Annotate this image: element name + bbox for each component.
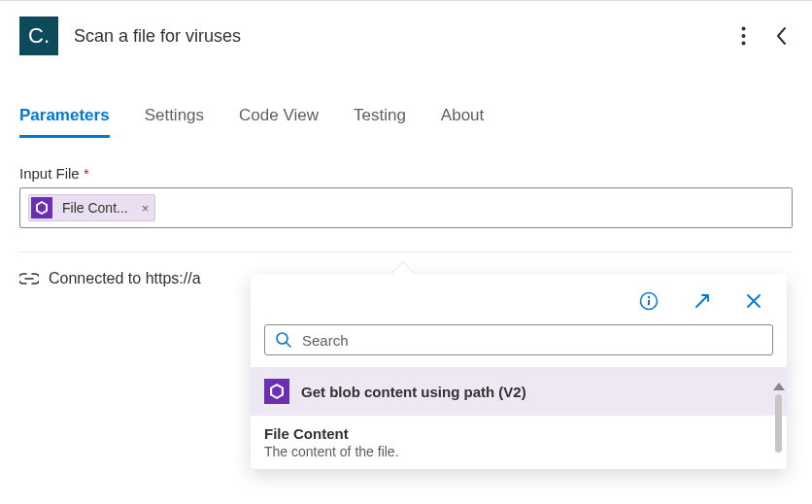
- collapse-button[interactable]: [769, 20, 793, 51]
- input-file-field[interactable]: File Cont... ×: [19, 187, 793, 228]
- list-item-desc: The content of the file.: [264, 444, 773, 459]
- close-icon: [746, 293, 761, 309]
- search-box[interactable]: [264, 324, 773, 355]
- list-item[interactable]: File Content The content of the file.: [251, 416, 787, 469]
- tab-testing[interactable]: Testing: [354, 106, 406, 138]
- svg-line-9: [287, 343, 290, 347]
- blob-storage-icon: [31, 197, 52, 218]
- tab-settings[interactable]: Settings: [145, 106, 204, 138]
- svg-point-6: [648, 296, 650, 298]
- tab-code-view[interactable]: Code View: [239, 106, 319, 138]
- tab-parameters[interactable]: Parameters: [19, 106, 110, 138]
- content-group-header[interactable]: Get blob content using path (V2): [251, 367, 787, 416]
- close-button[interactable]: [740, 286, 767, 317]
- required-marker: *: [84, 165, 89, 182]
- tab-about[interactable]: About: [441, 106, 484, 138]
- tabs-bar: Parameters Settings Code View Testing Ab…: [0, 106, 812, 138]
- connector-logo: C.: [19, 17, 58, 55]
- input-file-label: Input File *: [19, 165, 793, 182]
- scroll-up-arrow[interactable]: [773, 383, 785, 390]
- svg-point-2: [742, 42, 746, 46]
- svg-rect-7: [648, 300, 650, 306]
- more-vertical-icon: [741, 26, 746, 46]
- svg-point-8: [277, 333, 288, 344]
- chevron-left-icon: [775, 26, 787, 46]
- svg-point-1: [742, 34, 746, 38]
- dynamic-content-token[interactable]: File Cont... ×: [28, 194, 155, 221]
- more-options-button[interactable]: [735, 20, 752, 51]
- expand-button[interactable]: [688, 286, 717, 317]
- token-label: File Cont...: [62, 200, 128, 216]
- dynamic-content-popup: Get blob content using path (V2) File Co…: [251, 274, 787, 469]
- search-input[interactable]: [302, 332, 762, 349]
- info-button[interactable]: [633, 286, 664, 317]
- blob-storage-icon: [264, 379, 289, 404]
- svg-point-0: [742, 27, 746, 31]
- info-icon: [639, 291, 659, 311]
- connection-text: Connected to https://a: [49, 270, 201, 287]
- search-icon: [275, 331, 292, 349]
- link-icon: [19, 273, 39, 285]
- scroll-thumb[interactable]: [775, 394, 782, 453]
- page-title: Scan a file for viruses: [74, 26, 720, 47]
- expand-icon: [694, 292, 711, 310]
- token-remove-button[interactable]: ×: [142, 201, 150, 216]
- scrollbar[interactable]: [773, 383, 783, 459]
- group-title: Get blob content using path (V2): [301, 384, 526, 400]
- list-item-title: File Content: [264, 425, 773, 442]
